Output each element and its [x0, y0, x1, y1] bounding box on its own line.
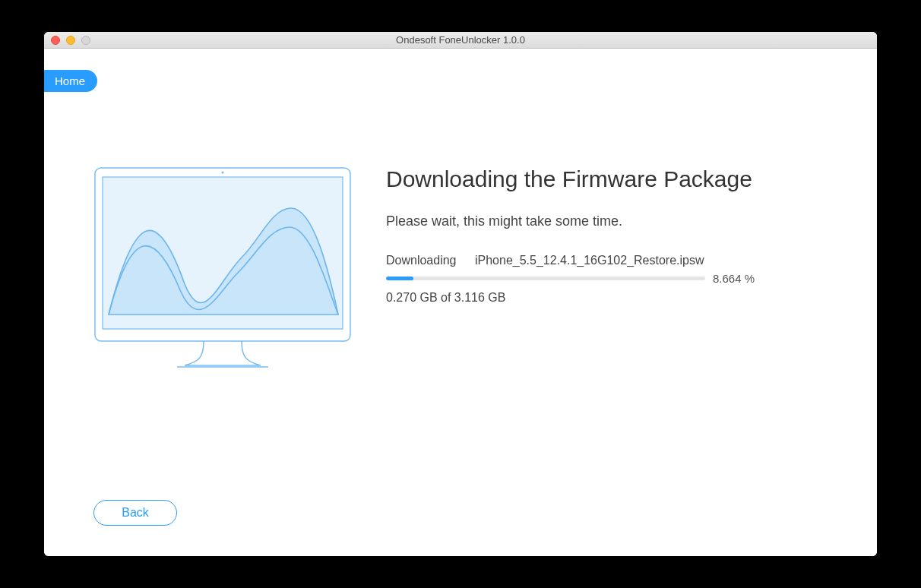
app-window: Ondesoft FoneUnlocker 1.0.0 Home Downloa… [44, 32, 877, 556]
text-panel: Downloading the Firmware Package Please … [386, 166, 812, 305]
progress-fill [386, 277, 413, 280]
traffic-lights [44, 36, 90, 45]
page-subtitle: Please wait, this might take some time. [386, 213, 812, 229]
download-filename: iPhone_5.5_12.4.1_16G102_Restore.ipsw [475, 254, 704, 267]
content-area: Home Downloading the Firmware Package Pl… [44, 49, 877, 556]
window-title: Ondesoft FoneUnlocker 1.0.0 [44, 34, 877, 46]
progress-wrap: 8.664 % [386, 272, 812, 285]
main-area: Downloading the Firmware Package Please … [44, 49, 877, 375]
minimize-icon[interactable] [66, 36, 75, 45]
page-heading: Downloading the Firmware Package [386, 166, 812, 192]
titlebar[interactable]: Ondesoft FoneUnlocker 1.0.0 [44, 32, 877, 49]
progress-bar [386, 277, 705, 280]
progress-percent: 8.664 % [713, 272, 755, 285]
download-row: Downloading iPhone_5.5_12.4.1_16G102_Res… [386, 254, 812, 267]
download-amount: 0.270 GB of 3.116 GB [386, 291, 812, 305]
monitor-illustration [93, 166, 352, 375]
back-button[interactable]: Back [93, 500, 177, 526]
maximize-icon [81, 36, 90, 45]
download-label: Downloading [386, 254, 457, 267]
close-icon[interactable] [51, 36, 60, 45]
home-tab[interactable]: Home [44, 70, 97, 92]
svg-point-2 [222, 172, 224, 174]
